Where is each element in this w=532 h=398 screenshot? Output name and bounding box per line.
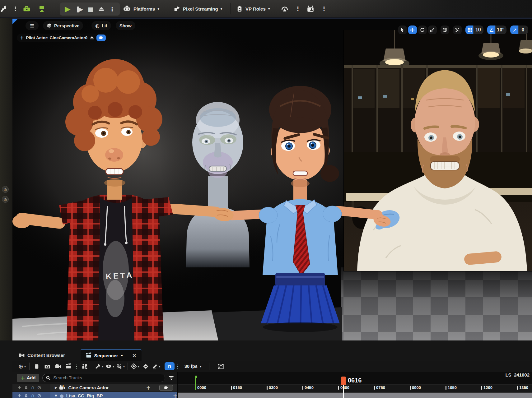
eject-button[interactable] — [98, 6, 105, 12]
curve-editor-icon — [217, 363, 224, 370]
render-options-menu[interactable]: ⋮ — [74, 362, 79, 371]
sequencer-timeline[interactable]: LS_241002 0000 0150 0300 0450 0600 0750 … — [177, 372, 532, 398]
ruler-tick: 1350 — [517, 385, 528, 390]
blueprints-button[interactable] — [22, 0, 31, 17]
search-tracks-pill[interactable] — [42, 374, 165, 382]
playhead-handle[interactable] — [341, 377, 346, 385]
solo-icon[interactable]: ∩ — [31, 393, 35, 398]
create-camera-button[interactable] — [53, 362, 63, 371]
tab-content-browser[interactable]: Content Browser — [14, 349, 70, 361]
edit-options-menu[interactable]: ▾ — [151, 362, 161, 371]
platforms-button[interactable]: Platforms ▾ — [123, 0, 159, 17]
chevron-down-icon: ▾ — [113, 364, 114, 368]
platforms-label: Platforms — [133, 6, 155, 12]
collapse-track-arrow[interactable]: ▼ — [55, 394, 57, 397]
snapping-options-menu[interactable]: ⋮ — [175, 362, 181, 371]
play-button[interactable]: ▶ — [65, 5, 70, 13]
pin-icon[interactable]: + — [17, 393, 21, 398]
remote-control-menu[interactable]: ⋮ — [295, 0, 301, 17]
track-row-lisa-rig[interactable]: + ∩ ⊘ ▼ ● Lisa_CC_Rig_BP + — [12, 392, 177, 398]
sequencer-track-panel: + Add + ∩ ⊘ ▶ Cine Camera Actor — [12, 372, 177, 398]
close-tab-button[interactable]: × — [132, 352, 137, 359]
chevron-down-icon: ▾ — [157, 7, 159, 11]
surface-snapping-button[interactable] — [453, 25, 462, 34]
pencil-icon — [152, 363, 158, 369]
pixel-streaming-button[interactable]: Pixel Streaming ▾ — [174, 0, 222, 17]
render-movie-button[interactable] — [63, 362, 74, 371]
track-controls-row: + Add — [12, 372, 177, 384]
chevron-down-icon: ▾ — [221, 7, 222, 11]
hamburger-icon: ≡ — [30, 22, 34, 29]
quick-settings-button[interactable] — [38, 0, 45, 17]
tab-sequencer[interactable]: Sequencer • × — [81, 349, 142, 361]
viewport-options-menu[interactable]: ≡ — [26, 21, 39, 30]
scale-snap-value[interactable]: 0 — [518, 25, 528, 34]
auto-key-button[interactable] — [140, 362, 151, 371]
solo-icon[interactable]: ∩ — [31, 385, 35, 391]
hierarchy-icon — [82, 363, 88, 369]
rotation-snap-value[interactable]: 10° — [495, 25, 506, 34]
auto-key-icon — [143, 363, 149, 369]
deactivate-icon[interactable]: ⊘ — [37, 393, 41, 398]
virtual-camera-button[interactable] — [306, 0, 315, 17]
lit-sphere-icon: ◐ — [95, 23, 100, 29]
frame-skip-button[interactable]: ▐▶ — [75, 6, 83, 12]
globe-icon: ⊕ — [18, 363, 23, 370]
viewport-side-button[interactable]: ⊕ — [2, 186, 9, 193]
lock-icon[interactable] — [24, 394, 28, 398]
deactivate-icon[interactable]: ⊘ — [37, 385, 41, 391]
save-as-button[interactable] — [31, 362, 42, 371]
grid-snap-value[interactable]: 10 — [473, 25, 483, 34]
viewport-side-button[interactable]: ⊕ — [2, 196, 9, 203]
scale-tool-button[interactable] — [428, 25, 437, 34]
playback-start-marker[interactable] — [195, 376, 196, 390]
ruler-tick: 0900 — [410, 385, 421, 390]
viewport-lit-menu[interactable]: ◐ Lit — [91, 21, 111, 30]
play-options-menu[interactable]: ⋮ — [109, 6, 115, 12]
unsaved-indicator: • — [121, 353, 123, 358]
tab-label: Content Browser — [27, 353, 65, 358]
world-space-button[interactable] — [441, 25, 449, 34]
bind-actors-button[interactable] — [79, 362, 90, 371]
pin-icon[interactable]: + — [17, 385, 21, 391]
virtual-camera-menu[interactable]: ⋮ — [321, 0, 327, 17]
playback-options-menu[interactable]: ▾ — [115, 362, 126, 371]
add-track-button[interactable]: + Add — [17, 374, 39, 382]
track-row-cine-camera[interactable]: + ∩ ⊘ ▶ Cine Camera Actor + — [12, 384, 177, 392]
chevron-down-icon: ▾ — [200, 364, 202, 368]
chevron-down-icon: ▾ — [24, 364, 26, 368]
browse-sequence-button[interactable] — [42, 362, 53, 371]
snapping-toggle[interactable]: n — [165, 362, 175, 370]
viewport-show-menu[interactable]: Show — [116, 21, 135, 30]
timeline-track-lane[interactable] — [178, 392, 532, 398]
sequencer-world-menu[interactable]: ⊕ ▾ — [17, 362, 27, 371]
viewport-perspective-menu[interactable]: Perspective — [43, 21, 83, 30]
select-tool-button[interactable] — [398, 25, 407, 34]
vp-roles-button[interactable]: VP Roles ▾ — [236, 0, 270, 17]
expand-track-arrow[interactable]: ▶ — [55, 386, 57, 390]
stop-piloting-button[interactable] — [90, 35, 94, 40]
pilot-camera-track-button[interactable] — [159, 385, 173, 391]
pilot-camera-button[interactable] — [96, 35, 106, 41]
clapperboard-icon — [65, 363, 72, 369]
cube-icon — [47, 23, 52, 28]
level-viewport[interactable]: KETA — [12, 18, 532, 340]
keyframe-options-menu[interactable]: ▾ — [130, 362, 140, 371]
move-tool-button[interactable] — [408, 25, 417, 34]
sequencer-settings-menu[interactable]: ▾ — [94, 362, 105, 371]
stop-button[interactable]: ■ — [88, 6, 93, 12]
modes-overflow-menu[interactable]: ⋮ — [12, 0, 18, 17]
editor-modes-button[interactable] — [0, 0, 7, 17]
remote-control-button[interactable] — [281, 0, 289, 17]
frame-rate-menu[interactable]: 30 fps ▾ — [184, 364, 202, 369]
search-tracks-input[interactable] — [53, 375, 162, 380]
pilot-actor-bar[interactable]: + Pilot Actor: CineCameraActor0 — [17, 34, 108, 42]
lock-icon[interactable] — [24, 386, 28, 390]
add-section-button[interactable]: + — [173, 393, 177, 398]
add-section-button[interactable]: + — [146, 385, 151, 391]
curve-editor-button[interactable] — [216, 362, 226, 371]
pilot-crosshair-icon: + — [20, 35, 24, 41]
filter-icon[interactable] — [168, 375, 174, 381]
view-options-menu[interactable]: ▾ — [105, 362, 115, 371]
rotate-tool-button[interactable] — [418, 25, 427, 34]
